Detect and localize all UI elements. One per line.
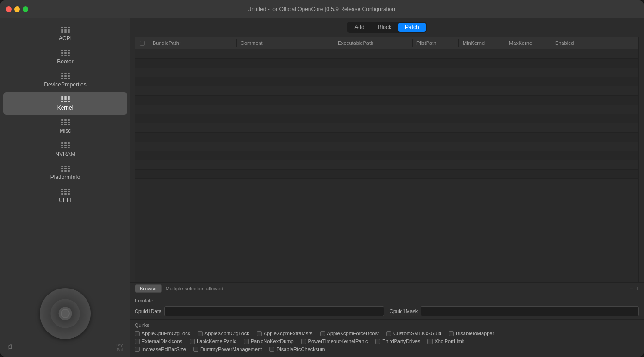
checkbox-apple-xcpm-force-boost[interactable] — [320, 331, 325, 336]
cpuid1-mask-input[interactable] — [421, 306, 639, 316]
header-checkbox-col — [135, 41, 149, 46]
col-header-min-kernel: MinKernel — [459, 39, 505, 47]
plus-button[interactable]: + — [635, 285, 639, 292]
table-area: BundlePath* Comment ExecutablePath Plist… — [135, 37, 639, 282]
label-custom-smbios-guid: CustomSMBIOSGuid — [393, 331, 441, 336]
tab-add[interactable]: Add — [348, 23, 371, 32]
table-header: BundlePath* Comment ExecutablePath Plist… — [135, 37, 638, 49]
checkbox-panic-no-kext-dump[interactable] — [244, 339, 249, 344]
add-remove-buttons: − + — [630, 285, 639, 292]
sidebar-label-uefi: UEFI — [59, 197, 71, 203]
table-row[interactable] — [135, 105, 638, 114]
table-row[interactable] — [135, 49, 638, 59]
sidebar-item-nvram[interactable]: NVRAM — [3, 139, 127, 161]
table-row[interactable] — [135, 170, 638, 179]
sidebar-label-misc: Misc — [60, 128, 71, 134]
traffic-lights — [6, 6, 28, 12]
checkbox-xhci-port-limit[interactable] — [427, 339, 433, 344]
table-row[interactable] — [135, 133, 638, 142]
misc-icon — [61, 119, 70, 125]
checkbox-apple-xcpm-extra-msrs[interactable] — [257, 331, 262, 336]
quirk-apple-xcpm-cfg-lock: AppleXcpmCfgLock — [198, 331, 249, 336]
sidebar-item-device-properties[interactable]: DeviceProperties — [3, 69, 127, 92]
share-icon[interactable]: ⎙ — [8, 343, 12, 351]
minimize-button[interactable] — [14, 6, 20, 12]
sidebar-item-uefi[interactable]: UEFI — [3, 185, 127, 207]
sidebar-label-acpi: ACPI — [59, 35, 72, 42]
table-row[interactable] — [135, 142, 638, 151]
main-window: Untitled - for Official OpenCore [0.5.9 … — [0, 0, 644, 357]
cpuid1-mask-group: Cpuid1Mask — [390, 306, 639, 316]
sidebar-item-misc[interactable]: Misc — [3, 116, 127, 138]
label-third-party-drives: ThirdPartyDrives — [382, 339, 420, 344]
table-row[interactable] — [135, 114, 638, 123]
col-header-comment: Comment — [237, 39, 334, 47]
checkbox-third-party-drives[interactable] — [375, 339, 380, 344]
sidebar-item-booter[interactable]: Booter — [3, 46, 127, 68]
quirks-section: Quirks AppleCpuPmCfgLock AppleXcpmCfgLoc… — [130, 319, 644, 357]
table-row[interactable] — [135, 86, 638, 96]
sidebar-label-kernel: Kernel — [57, 105, 74, 111]
quirk-disable-rtc-checksum: DisableRtcChecksum — [269, 346, 325, 352]
label-xhci-port-limit: XhciPortLimit — [434, 339, 464, 344]
main-layout: ACPI Booter DeviceProperties — [0, 18, 644, 357]
label-panic-no-kext-dump: PanicNoKextDump — [251, 339, 294, 344]
quirk-panic-no-kext-dump: PanicNoKextDump — [244, 339, 294, 344]
quirk-custom-smbios-guid: CustomSMBIOSGuid — [386, 331, 441, 336]
label-dummy-power-management: DummyPowerManagement — [200, 346, 262, 352]
label-apple-cpu-pm-cfg-lock: AppleCpuPmCfgLock — [142, 331, 190, 336]
multi-select-text: Multiple selection allowed — [166, 286, 626, 291]
sidebar-item-kernel[interactable]: Kernel — [3, 92, 127, 115]
quirks-row-3: IncreasePciBarSize DummyPowerManagement … — [135, 346, 639, 352]
checkbox-disable-rtc-checksum[interactable] — [269, 347, 274, 352]
checkbox-dummy-power-management[interactable] — [193, 347, 198, 352]
browse-button[interactable]: Browse — [135, 284, 162, 293]
checkbox-custom-smbios-guid[interactable] — [386, 331, 391, 336]
booter-icon — [61, 50, 70, 56]
label-disable-io-mapper: DisableIoMapper — [456, 331, 494, 336]
minus-button[interactable]: − — [630, 285, 633, 292]
label-apple-xcpm-cfg-lock: AppleXcpmCfgLock — [204, 331, 249, 336]
checkbox-external-disk-icons[interactable] — [135, 339, 140, 344]
col-header-plist-path: PlistPath — [413, 39, 459, 47]
table-row[interactable] — [135, 160, 638, 170]
sidebar-label-platform-info: PlatformInfo — [50, 174, 80, 180]
sidebar-label-nvram: NVRAM — [55, 151, 75, 157]
table-row[interactable] — [135, 96, 638, 105]
checkbox-power-timeout-kernel-panic[interactable] — [301, 339, 306, 344]
sidebar-label-booter: Booter — [57, 58, 73, 65]
quirk-apple-cpu-pm-cfg-lock: AppleCpuPmCfgLock — [135, 331, 190, 336]
checkbox-apple-xcpm-cfg-lock[interactable] — [198, 331, 203, 336]
tab-block[interactable]: Block — [372, 23, 398, 32]
table-row[interactable] — [135, 77, 638, 86]
table-row[interactable] — [135, 151, 638, 160]
quirk-third-party-drives: ThirdPartyDrives — [375, 339, 420, 344]
sidebar-label-device-properties: DeviceProperties — [44, 81, 86, 88]
close-button[interactable] — [6, 6, 12, 12]
table-row[interactable] — [135, 59, 638, 68]
titlebar: Untitled - for Official OpenCore [0.5.9 … — [0, 0, 644, 18]
sidebar-item-platform-info[interactable]: PlatformInfo — [3, 162, 127, 184]
checkbox-lapic-kernel-panic[interactable] — [190, 339, 195, 344]
col-header-bundle-path: BundlePath* — [149, 39, 237, 47]
table-rows — [135, 49, 638, 281]
table-row[interactable] — [135, 123, 638, 133]
checkbox-increase-pci-bar-size[interactable] — [135, 347, 140, 352]
paypal-text: PayPal — [115, 343, 123, 352]
table-row[interactable] — [135, 179, 638, 188]
device-properties-icon — [61, 73, 70, 79]
label-apple-xcpm-extra-msrs: AppleXcpmExtraMsrs — [264, 331, 313, 336]
content-area: Add Block Patch BundlePath* Comment Exec… — [130, 18, 644, 357]
checkbox-disable-io-mapper[interactable] — [449, 331, 454, 336]
sidebar-item-acpi[interactable]: ACPI — [3, 23, 127, 45]
table-row[interactable] — [135, 68, 638, 77]
tab-patch[interactable]: Patch — [398, 23, 426, 32]
checkbox-apple-cpu-pm-cfg-lock[interactable] — [135, 331, 140, 336]
header-checkbox[interactable] — [140, 41, 145, 46]
emulate-label: Emulate — [135, 298, 639, 303]
cpuid1-data-input[interactable] — [164, 306, 384, 316]
maximize-button[interactable] — [23, 6, 28, 12]
acpi-icon — [61, 27, 70, 33]
quirk-apple-xcpm-extra-msrs: AppleXcpmExtraMsrs — [257, 331, 313, 336]
cd-center — [61, 309, 70, 318]
